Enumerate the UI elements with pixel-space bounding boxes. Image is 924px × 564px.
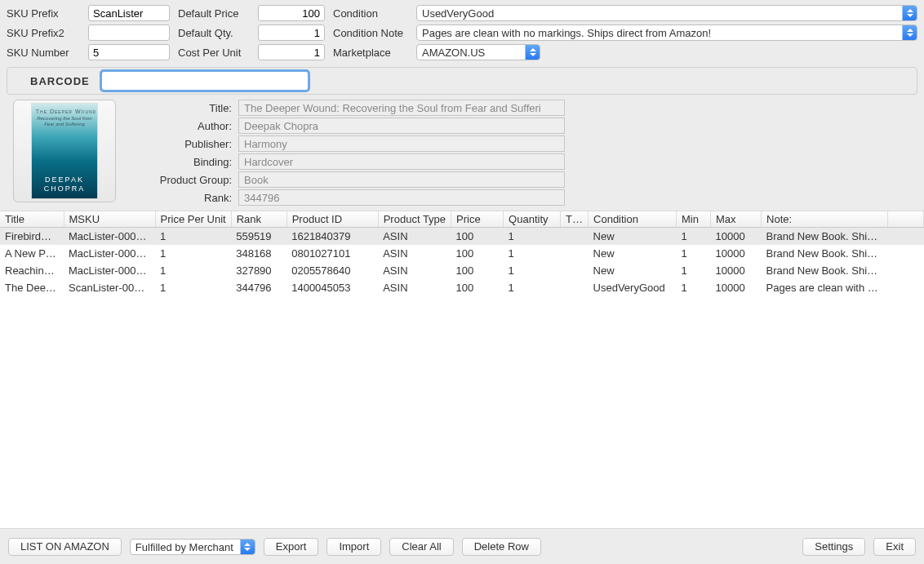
- cell-t[interactable]: [561, 245, 589, 262]
- sku-prefix-input[interactable]: [88, 5, 170, 21]
- col-max[interactable]: Max: [711, 211, 762, 228]
- cell-note[interactable]: Pages are clean with no…: [762, 279, 888, 296]
- col-cond[interactable]: Condition: [589, 211, 677, 228]
- col-extra[interactable]: [888, 211, 924, 228]
- col-qty[interactable]: Quantity: [504, 211, 561, 228]
- cell-note[interactable]: Brand New Book. Ships…: [762, 245, 888, 262]
- cell-qty[interactable]: 1: [504, 279, 561, 296]
- barcode-input[interactable]: [101, 71, 309, 91]
- cell-pid[interactable]: 1400045053: [287, 279, 378, 296]
- value-author: Deepak Chopra: [238, 118, 565, 134]
- cell-max[interactable]: 10000: [711, 262, 762, 279]
- export-button[interactable]: Export: [264, 538, 319, 556]
- cell-price[interactable]: 100: [451, 262, 504, 279]
- cover-frame: The Deeper Wound Recovering the Soul fro…: [13, 100, 116, 202]
- cell-price[interactable]: 100: [451, 228, 504, 246]
- cell-price[interactable]: 100: [451, 245, 504, 262]
- barcode-group: BARCODE: [7, 67, 917, 95]
- condition-select[interactable]: UsedVeryGood: [416, 5, 917, 21]
- cell-msku[interactable]: MacLister-000003: [64, 245, 155, 262]
- default-price-input[interactable]: [258, 5, 325, 21]
- cell-title[interactable]: Firebird…: [0, 228, 64, 246]
- cell-msku[interactable]: ScanLister-000…: [64, 279, 155, 296]
- cell-price[interactable]: 100: [451, 279, 504, 296]
- cell-qty[interactable]: 1: [504, 262, 561, 279]
- cell-cond[interactable]: UsedVeryGood: [589, 279, 677, 296]
- cell-ppu[interactable]: 1: [155, 279, 231, 296]
- settings-button[interactable]: Settings: [802, 538, 865, 556]
- cell-rank[interactable]: 327890: [231, 262, 287, 279]
- col-msku[interactable]: MSKU: [64, 211, 155, 228]
- import-button[interactable]: Import: [327, 538, 381, 556]
- cell-pid[interactable]: 0801027101: [287, 245, 378, 262]
- col-title[interactable]: Title: [0, 211, 64, 228]
- sku-prefix2-input[interactable]: [88, 24, 170, 41]
- cell-max[interactable]: 10000: [711, 228, 762, 246]
- cell-min[interactable]: 1: [677, 228, 711, 246]
- cell-rank[interactable]: 344796: [231, 279, 287, 296]
- cell-cond[interactable]: New: [589, 262, 677, 279]
- col-ppu[interactable]: Price Per Unit: [155, 211, 231, 228]
- cell-min[interactable]: 1: [677, 262, 711, 279]
- cell-max[interactable]: 10000: [711, 245, 762, 262]
- cell-t[interactable]: [561, 279, 589, 296]
- col-rank[interactable]: Rank: [231, 211, 287, 228]
- cell-ppu[interactable]: 1: [155, 245, 231, 262]
- col-ptype[interactable]: Product Type: [378, 211, 451, 228]
- cell-title[interactable]: A New P…: [0, 245, 64, 262]
- table-row[interactable]: Firebird…MacLister-000002155951916218403…: [0, 228, 924, 246]
- table-header[interactable]: Title MSKU Price Per Unit Rank Product I…: [0, 211, 924, 228]
- cell-t[interactable]: [561, 262, 589, 279]
- condition-note-select[interactable]: Pages are clean with no markings. Ships …: [416, 24, 917, 41]
- cell-note[interactable]: Brand New Book. Ships…: [762, 228, 888, 246]
- cell-ptype[interactable]: ASIN: [378, 262, 451, 279]
- cost-per-unit-input[interactable]: [258, 44, 325, 60]
- cell-note[interactable]: Brand New Book. Ships…: [762, 262, 888, 279]
- default-qty-input[interactable]: [258, 24, 325, 41]
- table-row[interactable]: A New P…MacLister-0000031348168080102710…: [0, 245, 924, 262]
- clear-all-button[interactable]: Clear All: [389, 538, 453, 556]
- col-note[interactable]: Note:: [762, 211, 888, 228]
- cell-pid[interactable]: 1621840379: [287, 228, 378, 246]
- cell-qty[interactable]: 1: [504, 245, 561, 262]
- table-row[interactable]: Reachin…MacLister-0000011327890020557864…: [0, 262, 924, 279]
- cell-rank[interactable]: 559519: [231, 228, 287, 246]
- col-min[interactable]: Min: [677, 211, 711, 228]
- value-product-group: Book: [238, 171, 565, 188]
- col-price[interactable]: Price: [451, 211, 504, 228]
- listing-grid[interactable]: Title MSKU Price Per Unit Rank Product I…: [0, 211, 924, 528]
- cell-cond[interactable]: New: [589, 245, 677, 262]
- label-title: Title:: [124, 102, 238, 114]
- cell-cond[interactable]: New: [589, 228, 677, 246]
- cell-min[interactable]: 1: [677, 279, 711, 296]
- sku-number-input[interactable]: [88, 44, 170, 60]
- exit-button[interactable]: Exit: [873, 538, 916, 556]
- table-row[interactable]: The Dee…ScanLister-000…13447961400045053…: [0, 279, 924, 296]
- delete-row-button[interactable]: Delete Row: [462, 538, 541, 556]
- fulfilment-select[interactable]: Fulfilled by Merchant: [130, 539, 255, 555]
- cell-ppu[interactable]: 1: [155, 228, 231, 246]
- label-sku-prefix: SKU Prefix: [7, 7, 88, 20]
- cell-pid[interactable]: 0205578640: [287, 262, 378, 279]
- cell-t[interactable]: [561, 228, 589, 246]
- label-marketplace: Marketplace: [333, 47, 416, 59]
- cell-ptype[interactable]: ASIN: [378, 228, 451, 246]
- cell-title[interactable]: Reachin…: [0, 262, 64, 279]
- cell-ptype[interactable]: ASIN: [378, 245, 451, 262]
- cell-ppu[interactable]: 1: [155, 262, 231, 279]
- marketplace-select[interactable]: AMAZON.US: [416, 44, 540, 60]
- cell-msku[interactable]: MacLister-000002: [64, 228, 155, 246]
- cell-ptype[interactable]: ASIN: [378, 279, 451, 296]
- book-cover-icon: The Deeper Wound Recovering the Soul fro…: [32, 104, 97, 198]
- col-t[interactable]: T…: [561, 211, 589, 228]
- cell-title[interactable]: The Dee…: [0, 279, 64, 296]
- list-on-amazon-button[interactable]: LIST ON AMAZON: [8, 538, 122, 556]
- cell-rank[interactable]: 348168: [231, 245, 287, 262]
- cell-msku[interactable]: MacLister-000001: [64, 262, 155, 279]
- col-pid[interactable]: Product ID: [287, 211, 378, 228]
- cell-max[interactable]: 10000: [711, 279, 762, 296]
- cell-min[interactable]: 1: [677, 245, 711, 262]
- product-pane: The Deeper Wound Recovering the Soul fro…: [7, 98, 917, 209]
- label-condition: Condition: [333, 7, 416, 20]
- cell-qty[interactable]: 1: [504, 228, 561, 246]
